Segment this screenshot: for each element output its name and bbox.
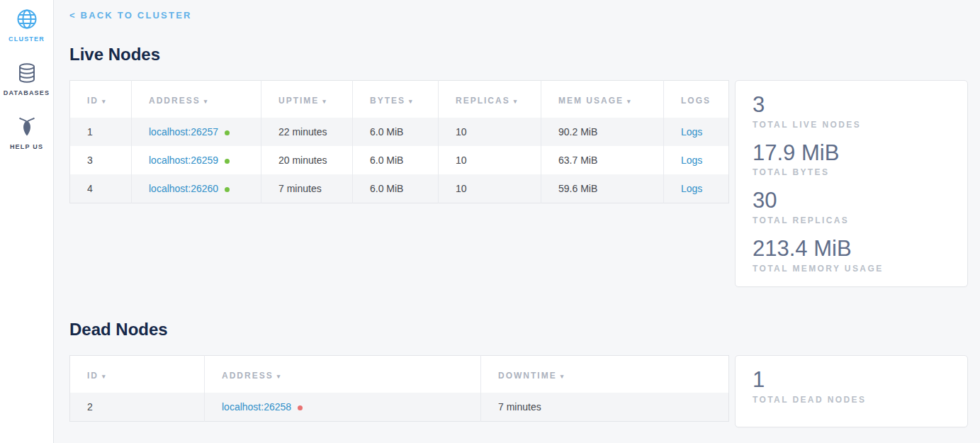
back-link-label: BACK TO CLUSTER <box>81 10 192 21</box>
node-uptime-cell: 7 minutes <box>261 174 353 203</box>
stat-label: TOTAL LIVE NODES <box>753 120 950 130</box>
sort-arrow-icon: ▾ <box>102 98 107 105</box>
logs-link[interactable]: Logs <box>681 155 702 166</box>
node-id-cell: 2 <box>70 393 205 422</box>
node-address-cell: localhost:26259 <box>132 146 261 174</box>
database-icon <box>15 61 39 85</box>
sort-arrow-icon: ▾ <box>627 98 632 105</box>
stat-value: 17.9 MiB <box>753 140 950 166</box>
stat-value: 213.4 MiB <box>753 236 950 262</box>
table-row: 2 localhost:26258 7 minutes <box>70 393 729 422</box>
live-status-dot <box>225 159 230 164</box>
dead-nodes-summary-card: 1 TOTAL DEAD NODES <box>735 355 968 427</box>
node-address-link[interactable]: localhost:26259 <box>149 155 218 166</box>
stat-total-bytes: 17.9 MiB TOTAL BYTES <box>753 140 950 178</box>
stat-value: 30 <box>753 188 950 213</box>
sort-arrow-icon: ▾ <box>322 98 327 105</box>
column-header-id[interactable]: ID▾ <box>70 356 205 393</box>
column-header-uptime[interactable]: UPTIME▾ <box>261 81 353 118</box>
node-bytes-cell: 6.0 MiB <box>353 118 439 146</box>
sort-arrow-icon: ▾ <box>514 98 519 105</box>
sort-arrow-icon: ▾ <box>277 373 282 380</box>
live-nodes-header-row: ID▾ ADDRESS▾ UPTIME▾ BYTES▾ REPLICAS▾ ME… <box>70 81 729 118</box>
sidebar-item-label: HELP US <box>10 143 43 150</box>
stat-label: TOTAL REPLICAS <box>753 215 950 225</box>
node-mem-cell: 59.6 MiB <box>541 174 664 203</box>
node-id-cell: 3 <box>70 146 132 174</box>
back-to-cluster-link[interactable]: < BACK TO CLUSTER <box>69 10 192 21</box>
dead-status-dot <box>298 405 303 410</box>
logs-link[interactable]: Logs <box>681 183 702 194</box>
back-chevron-icon: < <box>69 10 77 21</box>
dead-nodes-section: ID▾ ADDRESS▾ DOWNTIME▾ 2 localhost:26258… <box>69 355 968 427</box>
node-address-cell: localhost:26258 <box>205 393 481 422</box>
stat-total-replicas: 30 TOTAL REPLICAS <box>753 188 950 225</box>
column-header-address[interactable]: ADDRESS▾ <box>205 356 481 393</box>
node-address-link[interactable]: localhost:26258 <box>222 401 291 413</box>
stat-label: TOTAL MEMORY USAGE <box>753 264 950 274</box>
node-logs-cell: Logs <box>664 174 729 203</box>
column-header-bytes[interactable]: BYTES▾ <box>353 81 439 118</box>
cockroach-icon <box>15 115 39 139</box>
node-logs-cell: Logs <box>664 118 729 146</box>
node-bytes-cell: 6.0 MiB <box>353 146 439 174</box>
live-status-dot <box>225 130 230 135</box>
sidebar-item-label: CLUSTER <box>9 35 45 43</box>
node-replicas-cell: 10 <box>439 146 541 174</box>
live-status-dot <box>225 187 230 192</box>
node-logs-cell: Logs <box>664 146 729 174</box>
sort-arrow-icon: ▾ <box>102 373 107 380</box>
node-id-cell: 4 <box>70 174 132 203</box>
node-replicas-cell: 10 <box>439 174 541 203</box>
live-nodes-summary-card: 3 TOTAL LIVE NODES 17.9 MiB TOTAL BYTES … <box>735 80 968 287</box>
node-bytes-cell: 6.0 MiB <box>353 174 439 203</box>
node-replicas-cell: 10 <box>439 118 541 146</box>
column-header-logs: LOGS <box>664 81 729 118</box>
stat-total-live-nodes: 3 TOTAL LIVE NODES <box>753 92 950 130</box>
stat-label: TOTAL DEAD NODES <box>753 395 950 405</box>
sidebar: CLUSTER DATABASES HELP US <box>0 0 54 443</box>
stat-total-memory-usage: 213.4 MiB TOTAL MEMORY USAGE <box>753 236 950 274</box>
dead-nodes-table: ID▾ ADDRESS▾ DOWNTIME▾ 2 localhost:26258… <box>69 355 729 422</box>
stat-total-dead-nodes: 1 TOTAL DEAD NODES <box>753 367 950 405</box>
node-address-cell: localhost:26260 <box>132 174 261 203</box>
node-mem-cell: 63.7 MiB <box>541 146 664 174</box>
node-id-cell: 1 <box>70 118 132 146</box>
stat-value: 3 <box>753 92 950 118</box>
node-mem-cell: 90.2 MiB <box>541 118 664 146</box>
node-address-cell: localhost:26257 <box>132 118 261 146</box>
logs-link[interactable]: Logs <box>681 126 702 138</box>
table-row: 3 localhost:26259 20 minutes 6.0 MiB 10 … <box>70 146 729 174</box>
node-downtime-cell: 7 minutes <box>481 393 729 422</box>
live-nodes-title: Live Nodes <box>69 45 968 65</box>
dead-nodes-header-row: ID▾ ADDRESS▾ DOWNTIME▾ <box>70 356 729 393</box>
table-row: 4 localhost:26260 7 minutes 6.0 MiB 10 5… <box>70 174 729 203</box>
main-content: < BACK TO CLUSTER Live Nodes ID▾ ADDRESS… <box>54 0 980 443</box>
sidebar-item-label: DATABASES <box>4 89 50 96</box>
sort-arrow-icon: ▾ <box>409 98 414 105</box>
stat-value: 1 <box>753 367 950 393</box>
column-header-mem-usage[interactable]: MEM USAGE▾ <box>541 81 664 118</box>
stat-label: TOTAL BYTES <box>753 167 950 177</box>
column-header-id[interactable]: ID▾ <box>70 81 132 118</box>
sort-arrow-icon: ▾ <box>204 98 209 105</box>
sort-arrow-icon: ▾ <box>561 373 565 380</box>
column-header-replicas[interactable]: REPLICAS▾ <box>439 81 541 118</box>
column-header-address[interactable]: ADDRESS▾ <box>132 81 261 118</box>
dead-nodes-title: Dead Nodes <box>69 320 968 340</box>
node-uptime-cell: 20 minutes <box>261 146 353 174</box>
sidebar-item-databases[interactable]: DATABASES <box>4 61 50 96</box>
globe-icon <box>15 7 39 31</box>
column-header-downtime[interactable]: DOWNTIME▾ <box>481 356 729 393</box>
node-address-link[interactable]: localhost:26257 <box>149 126 218 138</box>
table-row: 1 localhost:26257 22 minutes 6.0 MiB 10 … <box>70 118 729 146</box>
node-address-link[interactable]: localhost:26260 <box>149 183 218 194</box>
sidebar-item-help-us[interactable]: HELP US <box>10 115 43 150</box>
node-uptime-cell: 22 minutes <box>261 118 353 146</box>
live-nodes-table: ID▾ ADDRESS▾ UPTIME▾ BYTES▾ REPLICAS▾ ME… <box>69 80 729 203</box>
live-nodes-section: ID▾ ADDRESS▾ UPTIME▾ BYTES▾ REPLICAS▾ ME… <box>69 80 968 287</box>
sidebar-item-cluster[interactable]: CLUSTER <box>9 7 45 43</box>
